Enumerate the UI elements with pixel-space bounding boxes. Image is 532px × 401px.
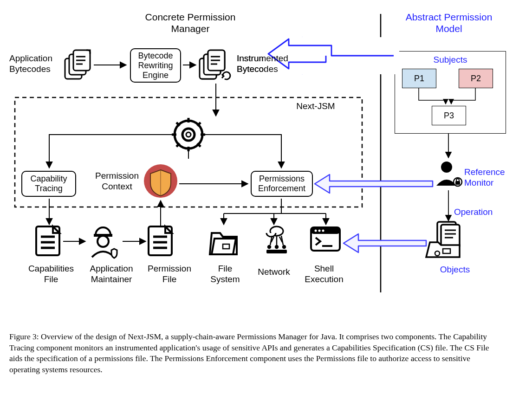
label-nextjsm: Next-JSM — [288, 101, 344, 112]
hollow-arrow-3 — [344, 234, 426, 252]
svg-point-62 — [315, 230, 317, 232]
svg-rect-41 — [149, 226, 172, 255]
box-p3: P3 — [432, 106, 466, 125]
label-instrumented-top: InstrumentedBytecodes — [237, 53, 302, 75]
file-icon-2 — [149, 226, 172, 255]
svg-rect-60 — [311, 227, 340, 251]
objects-icon — [426, 222, 460, 257]
svg-point-18 — [182, 129, 195, 141]
svg-rect-69 — [455, 181, 460, 185]
label-ref-monitor: ReferenceMonitor — [464, 167, 515, 188]
svg-rect-3 — [69, 54, 86, 75]
svg-point-19 — [186, 132, 191, 137]
svg-point-57 — [268, 246, 271, 248]
shield-icon — [144, 164, 177, 198]
svg-line-24 — [176, 123, 180, 126]
svg-line-27 — [197, 123, 201, 126]
file-icon — [36, 226, 59, 255]
svg-line-25 — [197, 143, 201, 147]
svg-point-64 — [322, 230, 324, 232]
folder-icon — [210, 233, 237, 254]
box-p1: P1 — [402, 69, 436, 88]
header-concrete: Concrete PermissionManager — [130, 11, 251, 34]
svg-line-53 — [281, 236, 283, 245]
svg-point-67 — [441, 162, 452, 173]
label-app-bytecodes: ApplicationBytecodes — [9, 53, 60, 75]
docs-refresh-icon-top — [200, 50, 237, 87]
label-file-system: FileSystem — [204, 264, 246, 285]
svg-point-77 — [435, 251, 440, 256]
box-perm-enforce: PermissionsEnforcement — [251, 171, 313, 197]
svg-rect-76 — [443, 249, 450, 253]
svg-rect-72 — [441, 225, 460, 248]
label-perm-context: PermissionContext — [89, 171, 145, 192]
svg-point-56 — [275, 246, 278, 248]
network-icon — [266, 226, 287, 253]
box-rewriting-engine: BytecodeRewritingEngine — [130, 48, 181, 83]
label-app-maintainer: ApplicationMaintainer — [84, 264, 139, 285]
label-subjects: Subjects — [427, 55, 474, 65]
label-operation: Operation — [454, 207, 500, 218]
person-lock-icon — [436, 162, 462, 186]
svg-point-63 — [318, 230, 321, 232]
box-cap-tracing: CapabilityTracing — [21, 171, 76, 197]
svg-rect-50 — [223, 244, 229, 249]
worker-icon — [92, 227, 117, 258]
docs-icon — [65, 50, 90, 79]
label-cap-file: CapabilitiesFile — [23, 264, 79, 285]
figure-caption: Figure 3: Overview of the design of Next… — [9, 331, 501, 375]
terminal-icon — [311, 227, 340, 251]
label-shell-exec: ShellExecution — [301, 264, 347, 285]
svg-rect-33 — [36, 226, 59, 255]
label-objects: Objects — [432, 265, 478, 275]
svg-rect-79 — [327, 47, 395, 51]
svg-rect-4 — [73, 50, 90, 71]
svg-point-39 — [97, 236, 109, 247]
gear-icon — [172, 118, 205, 151]
label-perm-file: PermissionFile — [144, 264, 195, 285]
svg-point-17 — [175, 121, 202, 149]
svg-rect-38 — [94, 234, 112, 237]
svg-point-29 — [144, 164, 177, 198]
svg-rect-59 — [266, 250, 287, 253]
svg-point-58 — [283, 246, 285, 248]
svg-rect-71 — [437, 222, 456, 245]
svg-point-68 — [454, 178, 462, 186]
svg-line-54 — [271, 237, 274, 242]
svg-rect-61 — [311, 227, 340, 234]
svg-line-55 — [279, 237, 282, 242]
header-abstract: Abstract PermissionModel — [396, 11, 502, 34]
diagram-canvas: Concrete PermissionManager Abstract Perm… — [9, 9, 523, 325]
svg-rect-2 — [65, 58, 82, 79]
box-p2: P2 — [459, 69, 493, 88]
svg-line-26 — [176, 143, 180, 147]
label-network: Network — [251, 267, 297, 278]
hollow-arrow-2 — [315, 175, 433, 193]
svg-line-52 — [270, 236, 272, 245]
